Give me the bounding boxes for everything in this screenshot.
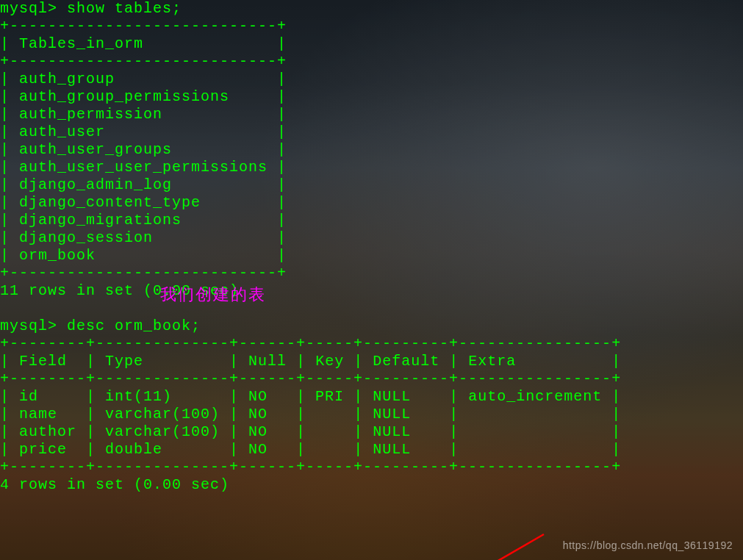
table-row: | django_admin_log | [0, 176, 287, 193]
mysql-prompt: mysql> desc orm_book; [0, 317, 201, 334]
table-row: | id | int(11) | NO | PRI | NULL | auto_… [0, 388, 621, 405]
table-row: | name | varchar(100) | NO | | NULL | | [0, 406, 621, 423]
table-row: | author | varchar(100) | NO | | NULL | … [0, 423, 621, 440]
table-border-bot: +----------------------------+ [0, 265, 287, 281]
table-header-row: | Field | Type | Null | Key | Default | … [0, 353, 621, 370]
table-row: | auth_group_permissions | [0, 88, 287, 105]
table-row: | price | double | NO | | NULL | | [0, 441, 621, 458]
table-row: | auth_user_groups | [0, 141, 287, 158]
table-border-bot: +--------+--------------+------+-----+--… [0, 459, 621, 475]
table-row: | django_migrations | [0, 212, 287, 229]
table-row: | auth_permission | [0, 106, 287, 123]
watermark-text: https://blog.csdn.net/qq_36119192 [563, 539, 733, 551]
terminal-output: mysql> show tables; +-------------------… [0, 0, 743, 494]
table-row: | orm_book | [0, 247, 287, 264]
table-row: | auth_user_user_permissions | [0, 159, 287, 176]
table-row: | auth_group | [0, 71, 287, 87]
mysql-prompt: mysql> show tables; [0, 0, 182, 17]
table-row: | django_content_type | [0, 194, 287, 211]
result-footer: 4 rows in set (0.00 sec) [0, 476, 229, 493]
annotation-label: 我们创建的表 [160, 284, 266, 306]
table-border-sep: +----------------------------+ [0, 53, 287, 70]
table-border-sep: +--------+--------------+------+-----+--… [0, 370, 621, 387]
table-border-top: +--------+--------------+------+-----+--… [0, 335, 621, 352]
table-row: | auth_user | [0, 123, 287, 140]
table-border-top: +----------------------------+ [0, 18, 287, 35]
table-row: | django_session | [0, 229, 287, 246]
table-header-row: | Tables_in_orm | [0, 35, 287, 52]
svg-line-1 [114, 534, 544, 560]
